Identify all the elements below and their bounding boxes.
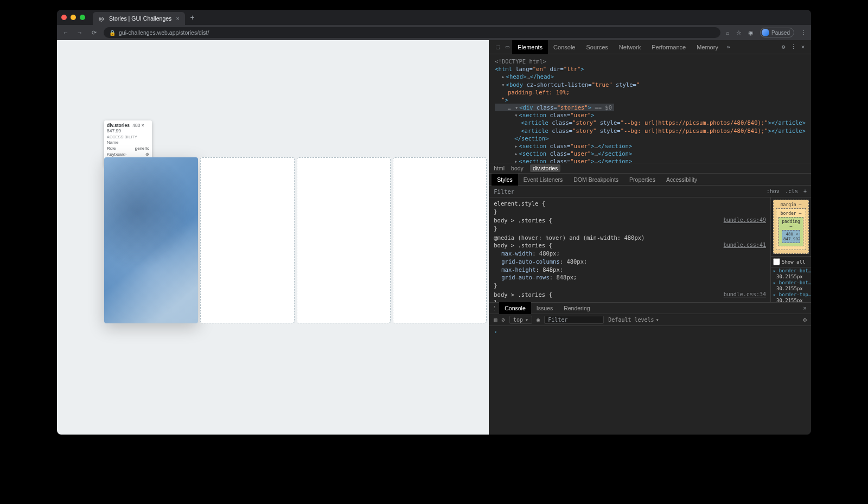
console-filter-input[interactable]: Filter <box>544 316 604 324</box>
console-body[interactable]: › <box>489 326 811 435</box>
breadcrumb-item[interactable]: html <box>494 165 505 171</box>
profile-chip[interactable]: Paused <box>760 28 794 37</box>
avatar-icon <box>762 29 769 36</box>
tab-performance[interactable]: Performance <box>646 40 691 54</box>
tooltip-selector: div.stories <box>107 123 130 128</box>
console-toolbar: ▥ ⊘ top▾ ◉ Filter Default levels▾ ⚙ <box>489 314 811 326</box>
back-button[interactable]: ← <box>61 29 70 36</box>
window-controls <box>61 15 85 20</box>
ptab-properties[interactable]: Properties <box>624 174 661 186</box>
drawer-tabs: ⋮ Console Issues Rendering × <box>489 302 811 314</box>
settings-icon[interactable]: ⚙ <box>778 43 788 50</box>
menu-icon[interactable]: ⋮ <box>788 43 798 50</box>
tab-network[interactable]: Network <box>614 40 646 54</box>
tooltip-section-label: ACCESSIBILITY <box>107 135 149 139</box>
tab-console[interactable]: Console <box>548 40 580 54</box>
forward-button[interactable]: → <box>75 29 84 36</box>
device-toggle-icon[interactable]: ▭ <box>502 43 512 50</box>
browser-tab[interactable]: ◎ Stories | GUI Challenges × <box>93 12 185 25</box>
console-prompt-icon: › <box>494 328 497 335</box>
dom-line: padding-left: 10%; <box>508 89 570 95</box>
favicon-icon: ◎ <box>98 15 105 22</box>
bookmark-icon[interactable]: ☆ <box>736 29 742 36</box>
styles-filter-row: Filter :hov .cls + <box>489 186 811 197</box>
execution-context-select[interactable]: top▾ <box>509 316 532 324</box>
close-drawer-icon[interactable]: × <box>799 305 811 311</box>
url-text: gui-challenges.web.app/stories/dist/ <box>119 29 209 36</box>
story-card[interactable] <box>200 157 294 323</box>
tooltip-role-label: Role <box>107 145 116 151</box>
new-tab-button[interactable]: + <box>190 13 195 22</box>
show-all-checkbox[interactable] <box>773 258 780 265</box>
drawer-tab-issues[interactable]: Issues <box>531 302 558 314</box>
content-area: div.stories 480 × 847.99 ACCESSIBILITY N… <box>57 40 811 435</box>
styles-body: element.style {}body > .stories {bundle.… <box>489 197 811 302</box>
styles-panel-tabs: Styles Event Listeners DOM Breakpoints P… <box>489 174 811 186</box>
ptab-accessibility[interactable]: Accessibility <box>661 174 703 186</box>
dom-tree[interactable]: <!DOCTYPE html> <html lang="en" dir="ltr… <box>489 54 811 163</box>
more-tabs-icon[interactable]: » <box>724 43 733 50</box>
extension-icon[interactable]: ◉ <box>748 29 754 36</box>
address-bar[interactable]: 🔒 gui-challenges.web.app/stories/dist/ <box>104 27 720 38</box>
tab-title: Stories | GUI Challenges <box>109 15 171 22</box>
devtools-tabs: ⬚ ▭ Elements Console Sources Network Per… <box>489 40 811 54</box>
minimize-window-button[interactable] <box>71 15 76 20</box>
styles-rules[interactable]: element.style {}body > .stories {bundle.… <box>489 197 770 302</box>
story-card[interactable] <box>104 157 198 323</box>
box-model-content: 480 × 847.992 <box>782 230 800 243</box>
browser-window: ◎ Stories | GUI Challenges × + ← → ⟳ 🔒 g… <box>57 10 811 435</box>
console-sidebar-toggle-icon[interactable]: ▥ <box>494 316 497 323</box>
story-card[interactable] <box>393 157 487 323</box>
show-all-toggle[interactable]: Show all <box>771 256 811 267</box>
tooltip-name-label: Name <box>107 139 118 145</box>
close-window-button[interactable] <box>61 15 67 20</box>
stories-container[interactable] <box>104 157 487 323</box>
search-icon[interactable]: ⌕ <box>726 29 730 36</box>
lock-icon: 🔒 <box>109 30 116 36</box>
tab-memory[interactable]: Memory <box>691 40 724 54</box>
add-rule-button[interactable]: + <box>803 188 807 194</box>
styles-filter-input[interactable]: Filter <box>494 188 761 195</box>
close-devtools-icon[interactable]: × <box>798 43 808 50</box>
maximize-window-button[interactable] <box>80 15 85 20</box>
ptab-dom-breakpoints[interactable]: DOM Breakpoints <box>568 174 624 186</box>
breadcrumb-item[interactable]: div.stories <box>530 164 561 172</box>
cls-toggle[interactable]: .cls <box>785 188 798 194</box>
log-levels-select[interactable]: Default levels▾ <box>608 317 659 323</box>
tab-sources[interactable]: Sources <box>580 40 613 54</box>
hov-toggle[interactable]: :hov <box>767 188 780 194</box>
computed-panel: margin – border – padding – 480 × 847.99… <box>770 197 811 302</box>
toolbar: ← → ⟳ 🔒 gui-challenges.web.app/stories/d… <box>57 25 811 40</box>
clear-console-icon[interactable]: ⊘ <box>502 316 505 323</box>
drawer-menu-icon[interactable]: ⋮ <box>489 302 499 314</box>
ptab-styles[interactable]: Styles <box>492 174 518 186</box>
tab-elements[interactable]: Elements <box>512 40 548 54</box>
breadcrumb-item[interactable]: body <box>511 165 524 171</box>
box-model[interactable]: margin – border – padding – 480 × 847.99… <box>771 197 811 256</box>
live-expression-icon[interactable]: ◉ <box>537 316 540 323</box>
tooltip-role-value: generic <box>135 145 149 151</box>
reload-button[interactable]: ⟳ <box>90 29 98 36</box>
dom-selected-line[interactable]: … ▾<div class="stories"> == $0 <box>495 104 614 111</box>
menu-icon[interactable]: ⋮ <box>801 29 807 36</box>
profile-status: Paused <box>771 30 790 36</box>
ptab-event-listeners[interactable]: Event Listeners <box>518 174 568 186</box>
devtools-panel: ⬚ ▭ Elements Console Sources Network Per… <box>489 40 811 435</box>
tab-bar: ◎ Stories | GUI Challenges × + <box>57 10 811 25</box>
element-picker-icon[interactable]: ⬚ <box>493 43 502 50</box>
dom-breadcrumb: html body div.stories <box>489 163 811 174</box>
story-card[interactable] <box>297 157 391 323</box>
drawer-tab-rendering[interactable]: Rendering <box>558 302 595 314</box>
page-viewport: div.stories 480 × 847.99 ACCESSIBILITY N… <box>57 40 489 435</box>
console-settings-icon[interactable]: ⚙ <box>803 316 807 323</box>
drawer-tab-console[interactable]: Console <box>499 302 531 314</box>
close-tab-icon[interactable]: × <box>176 15 179 22</box>
toolbar-right: ⌕ ☆ ◉ Paused ⋮ <box>726 28 807 37</box>
dom-line: <!DOCTYPE html> <box>495 58 806 65</box>
